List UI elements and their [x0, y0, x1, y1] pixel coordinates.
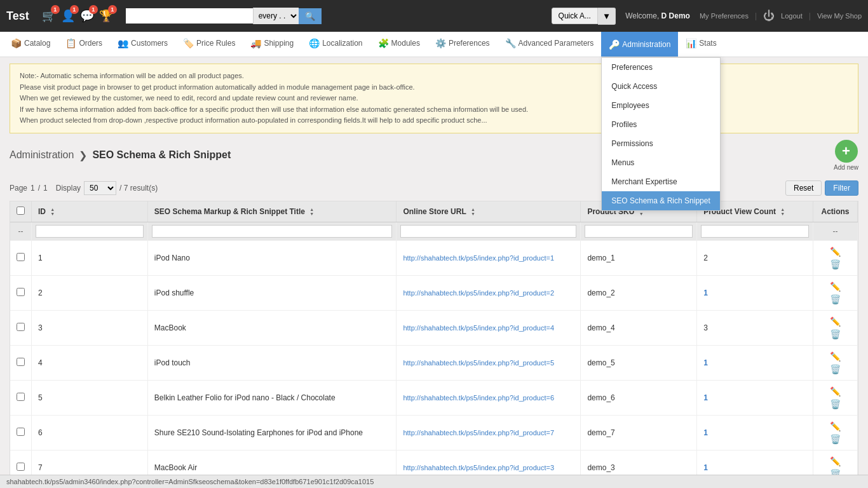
row-checkbox[interactable]	[17, 463, 25, 471]
edit-button[interactable]: ✏️	[828, 455, 843, 468]
nav-icon-administration: 🔑	[609, 39, 620, 50]
delete-button[interactable]: 🗑️	[828, 433, 843, 445]
user-icon-wrap[interactable]: 👤 1	[61, 9, 75, 23]
my-preferences-link[interactable]: My Preferences	[700, 12, 749, 20]
admin-menu-profiles[interactable]: Profiles	[602, 115, 719, 134]
nav-item-stats[interactable]: 📊Stats	[678, 32, 724, 57]
admin-menu-merchant-expertise[interactable]: Merchant Expertise	[602, 172, 719, 191]
sort-url-asc[interactable]: ▲	[471, 207, 475, 212]
admin-menu-menus[interactable]: Menus	[602, 153, 719, 172]
row-actions: ✏️ 🗑️	[813, 380, 858, 415]
row-checkbox[interactable]	[17, 393, 25, 401]
edit-button[interactable]: ✏️	[828, 245, 843, 258]
nav-item-administration[interactable]: 🔑AdministrationPreferencesQuick AccessEm…	[601, 32, 678, 57]
edit-button[interactable]: ✏️	[828, 315, 843, 328]
filter-count-input[interactable]	[701, 225, 809, 238]
sort-id-desc[interactable]: ▼	[50, 212, 55, 216]
breadcrumb-parent: Administration	[10, 149, 74, 161]
row-url-link[interactable]: http://shahabtech.tk/ps5/index.php?id_pr…	[403, 394, 554, 402]
quick-access-dropdown-button[interactable]: ▼	[598, 8, 616, 25]
row-title: iPod Nano	[147, 240, 397, 275]
row-id: 2	[32, 275, 148, 310]
sort-count-desc[interactable]: ▼	[780, 212, 785, 216]
filter-title-input[interactable]	[152, 225, 393, 238]
nav-item-orders[interactable]: 📋Orders	[58, 32, 110, 57]
breadcrumb: Administration ❯ SEO Schema & Rich Snipp…	[10, 149, 231, 161]
sort-count-asc[interactable]: ▲	[780, 207, 785, 212]
nav-icon-advanced-parameters: 🔧	[505, 38, 516, 48]
display-label: Display	[56, 184, 81, 193]
quick-access-button[interactable]: Quick A...	[552, 8, 598, 24]
nav-label-administration: Administration	[622, 40, 670, 49]
logout-link[interactable]: Logout	[781, 12, 803, 20]
row-url-link[interactable]: http://shahabtech.tk/ps5/index.php?id_pr…	[403, 464, 554, 471]
message-icon-wrap[interactable]: 💬 1	[80, 9, 94, 23]
pagination-row: Page 1 / 1 Display 2050100300 / 7 result…	[10, 180, 858, 196]
delete-button[interactable]: 🗑️	[828, 293, 843, 306]
sort-title-desc[interactable]: ▼	[309, 212, 314, 216]
navbar: 📦Catalog📋Orders👥Customers🏷️Price Rules🚚S…	[0, 32, 868, 57]
edit-button[interactable]: ✏️	[828, 420, 843, 433]
nav-item-catalog[interactable]: 📦Catalog	[3, 32, 58, 57]
reset-button[interactable]: Reset	[785, 180, 822, 196]
select-all-checkbox[interactable]	[17, 207, 25, 215]
add-new-label: Add new	[834, 164, 858, 171]
row-checkbox[interactable]	[17, 323, 25, 331]
pagination-info: Page 1 / 1 Display 2050100300 / 7 result…	[10, 181, 158, 195]
row-checkbox[interactable]	[17, 428, 25, 436]
nav-item-customers[interactable]: 👥Customers	[110, 32, 175, 57]
edit-button[interactable]: ✏️	[828, 350, 843, 363]
edit-button[interactable]: ✏️	[828, 280, 843, 293]
sort-sku-desc[interactable]: ▼	[639, 212, 644, 216]
nav-item-advanced-parameters[interactable]: 🔧Advanced Parameters	[498, 32, 602, 57]
sort-id-asc[interactable]: ▲	[50, 207, 55, 212]
row-sku: demo_2	[581, 275, 697, 310]
filter-url-input[interactable]	[400, 225, 576, 238]
filter-buttons: Reset Filter	[785, 180, 858, 196]
filter-id-cell	[32, 222, 148, 240]
nav-item-modules[interactable]: 🧩Modules	[370, 32, 428, 57]
row-view-count: 1	[697, 380, 813, 415]
filter-sku-input[interactable]	[585, 225, 693, 238]
sort-url-desc[interactable]: ▼	[471, 212, 475, 216]
row-url: http://shahabtech.tk/ps5/index.php?id_pr…	[397, 310, 581, 345]
row-url-link[interactable]: http://shahabtech.tk/ps5/index.php?id_pr…	[403, 429, 554, 437]
row-url-link[interactable]: http://shahabtech.tk/ps5/index.php?id_pr…	[403, 289, 554, 297]
admin-menu-permissions[interactable]: Permissions	[602, 134, 719, 153]
view-my-shop-link[interactable]: View My Shop	[817, 12, 862, 20]
row-checkbox[interactable]	[17, 358, 25, 366]
row-checkbox[interactable]	[17, 253, 25, 261]
nav-icon-shipping: 🚚	[250, 38, 261, 48]
edit-button[interactable]: ✏️	[828, 385, 843, 398]
filter-button[interactable]: Filter	[825, 180, 858, 196]
delete-button[interactable]: 🗑️	[828, 398, 843, 410]
admin-menu-seo-schema[interactable]: SEO Schema & Rich Snippet	[602, 191, 719, 210]
nav-item-price-rules[interactable]: 🏷️Price Rules	[175, 32, 243, 57]
row-url-link[interactable]: http://shahabtech.tk/ps5/index.php?id_pr…	[403, 359, 554, 367]
admin-menu-preferences[interactable]: Preferences	[602, 58, 719, 77]
row-checkbox[interactable]	[17, 288, 25, 296]
search-scope-select[interactable]: every . .	[253, 8, 299, 24]
delete-button[interactable]: 🗑️	[828, 258, 843, 271]
nav-item-shipping[interactable]: 🚚Shipping	[243, 32, 301, 57]
add-new-button[interactable]: + Add new	[834, 140, 858, 171]
filter-id-input[interactable]	[36, 225, 144, 238]
cart-icon-wrap[interactable]: 🛒 1	[42, 9, 56, 23]
admin-menu-employees[interactable]: Employees	[602, 96, 719, 115]
delete-button[interactable]: 🗑️	[828, 328, 843, 341]
search-button[interactable]: 🔍	[299, 8, 322, 24]
sort-title-asc[interactable]: ▲	[309, 207, 314, 212]
trophy-icon-wrap[interactable]: 🏆 1	[99, 9, 113, 23]
filter-sku-cell	[581, 222, 697, 240]
row-view-count: 1	[697, 275, 813, 310]
user-badge: 1	[70, 5, 79, 14]
search-input[interactable]	[126, 8, 253, 24]
delete-button[interactable]: 🗑️	[828, 363, 843, 376]
row-url-link[interactable]: http://shahabtech.tk/ps5/index.php?id_pr…	[403, 254, 554, 262]
nav-item-preferences[interactable]: ⚙️Preferences	[428, 32, 498, 57]
nav-item-localization[interactable]: 🌐Localization	[301, 32, 370, 57]
display-select[interactable]: 2050100300	[84, 181, 116, 195]
row-url-link[interactable]: http://shahabtech.tk/ps5/index.php?id_pr…	[403, 324, 554, 332]
page-current: 1	[31, 184, 35, 193]
admin-menu-quick-access[interactable]: Quick Access	[602, 77, 719, 96]
